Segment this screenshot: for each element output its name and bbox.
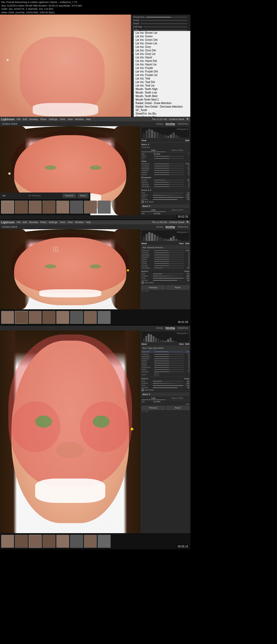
film-thumb-2-2[interactable] — [15, 311, 28, 324]
dropdown-item-14[interactable]: Lte Iris: Teal Drk — [134, 80, 190, 84]
menu-help-2[interactable]: Help — [86, 221, 91, 224]
menu-view-1[interactable]: View — [68, 118, 73, 121]
dropdown-item-18[interactable]: Mouth- Teeth Med — [134, 94, 190, 98]
basic-toggle-1[interactable]: Basic ▾ — [141, 204, 189, 208]
film-thumb-3-6[interactable] — [70, 535, 83, 548]
film-thumb-8[interactable] — [98, 201, 111, 214]
dropdown-item-0[interactable]: Lte Iris: Brown Lte — [134, 31, 190, 35]
dropdown-item-5[interactable]: Lte Iris: Grey Drk — [134, 49, 190, 52]
tab-library-3[interactable]: Library — [156, 327, 163, 330]
color-tab-1[interactable]: Color — [141, 149, 166, 152]
film-thumb-2[interactable] — [15, 201, 28, 214]
auto-mask-checkbox-3[interactable] — [141, 389, 144, 391]
new-label-2[interactable]: New — [179, 242, 183, 245]
dropdown-item-24[interactable]: SharkPxt: Iris Brn — [134, 115, 190, 117]
bw-tab-1[interactable]: Black & White — [166, 149, 190, 152]
menu-settings-2[interactable]: Settings — [49, 221, 58, 224]
reset-btn-panel-3[interactable]: Reset — [166, 406, 190, 410]
tone-bw-tab-3[interactable]: Black & White — [166, 397, 190, 400]
dropdown-item-2[interactable]: Lte Iris: Green Drk — [134, 38, 190, 42]
film-thumb-2-7[interactable] — [84, 311, 97, 324]
menu-file-2[interactable]: File — [17, 221, 21, 224]
dropdown-item-4[interactable]: Lte Iris: Grey — [134, 45, 190, 49]
auto-mask-checkbox-1[interactable] — [141, 201, 144, 203]
menu-window-2[interactable]: Window — [75, 221, 84, 224]
film-thumb-2-5[interactable] — [56, 311, 69, 324]
dropdown-item-21[interactable]: Radial: Non-Detail - Decrease Attention — [134, 105, 190, 108]
color-swatch-3[interactable] — [154, 373, 159, 376]
search-icon-2[interactable]: 🔍 — [186, 221, 189, 224]
film-thumb-3-3[interactable] — [29, 535, 42, 548]
menu-window-1[interactable]: Window — [75, 118, 84, 121]
film-thumb-2-6[interactable] — [70, 311, 83, 324]
auto-mask-checkbox-2[interactable] — [141, 281, 144, 284]
reset-btn-panel-2[interactable]: Reset — [166, 286, 190, 290]
film-thumb-2-1[interactable] — [1, 311, 14, 324]
dropdown-item-22[interactable]: SF_Teeth — [134, 108, 190, 112]
menu-settings-1[interactable]: Settings — [49, 118, 58, 121]
menu-view-2[interactable]: View — [68, 221, 73, 224]
menu-photo-2[interactable]: Photo — [40, 221, 47, 224]
dropdown-item-6[interactable]: Lte Iris: Grey Lte — [134, 52, 190, 56]
menu-edit-2[interactable]: Edit — [23, 221, 27, 224]
film-thumb-2-3[interactable] — [29, 311, 42, 324]
menu-help-1[interactable]: Help — [86, 118, 91, 121]
menu-file-1[interactable]: File — [17, 118, 21, 121]
edit-label-2[interactable]: Edit — [185, 242, 189, 245]
film-thumb-7[interactable] — [84, 201, 97, 214]
reset-btn-1[interactable]: Reset — [78, 194, 88, 198]
dropdown-item-15[interactable]: Lte Iris: Teal Lte — [134, 84, 190, 87]
film-thumb-4[interactable] — [42, 201, 55, 214]
film-thumb-2-4[interactable] — [42, 311, 55, 324]
dropdown-item-13[interactable]: Lte Iris: Teal — [134, 77, 190, 80]
tab-develop-3[interactable]: Develop — [166, 327, 175, 330]
preset-dropdown[interactable]: Lte Iris: Brown Lte Lte Iris: Green Lte … — [134, 31, 190, 117]
wb-dropdown-1[interactable]: ▾ — [188, 153, 189, 155]
previous-btn-1[interactable]: Previous — [63, 194, 76, 198]
tab-develop-2[interactable]: Develop — [166, 225, 175, 228]
previous-btn-panel-3[interactable]: Previous — [141, 406, 165, 410]
dropdown-item-20[interactable]: Radial: Detail - Draw Attention — [134, 101, 190, 105]
edit-label-3[interactable]: Edit — [185, 343, 189, 345]
dropdown-item-23[interactable]: SharkPxt: Iris Blu — [134, 112, 190, 115]
film-thumb-3-2[interactable] — [15, 535, 28, 548]
film-thumb-3-4[interactable] — [42, 535, 55, 548]
dropdown-item-16[interactable]: Mouth- Teeth High — [134, 87, 190, 91]
dropdown-item-3[interactable]: Lte Iris: Green Lte — [134, 42, 190, 45]
film-thumb-1[interactable] — [1, 201, 14, 214]
dropdown-item-19[interactable]: Mouth-Teeth Med 2 — [134, 98, 190, 101]
menu-edit-1[interactable]: Edit — [23, 118, 27, 121]
film-thumb-3-8[interactable] — [98, 535, 111, 548]
tab-library-1[interactable]: Library — [156, 122, 163, 125]
dropdown-item-8[interactable]: Lte Iris: Hazel Drk — [134, 59, 190, 63]
tone-color-tab-1[interactable]: Color — [141, 208, 166, 212]
film-thumb-5[interactable] — [56, 201, 69, 214]
search-icon-1[interactable]: 🔍 — [186, 118, 189, 121]
tab-develop-1[interactable]: Develop — [166, 122, 175, 125]
menu-photo-1[interactable]: Photo — [40, 118, 47, 121]
film-thumb-3[interactable] — [29, 201, 42, 214]
tab-library-2[interactable]: Library — [156, 225, 163, 228]
dropdown-item-9[interactable]: Lte Iris: Hazel Lte — [134, 63, 190, 66]
dropdown-item-7[interactable]: Lte Iris: Hazel — [134, 56, 190, 59]
tab-slideshow-1[interactable]: Slideshow — [177, 122, 188, 125]
menu-develop-2[interactable]: Develop — [29, 221, 38, 224]
film-thumb-2-8[interactable] — [98, 311, 111, 324]
basic-toggle-3[interactable]: Basic ▾ — [141, 393, 189, 396]
dropdown-item-1[interactable]: Lte Iris: Green — [134, 35, 190, 38]
tab-slideshow-2[interactable]: Slideshow — [177, 225, 188, 228]
menu-tools-2[interactable]: Tools — [60, 221, 65, 224]
dropdown-item-17[interactable]: Mouth- Teeth Low — [134, 91, 190, 94]
tone-bw-tab-1[interactable]: Black & White — [166, 208, 190, 212]
dropdown-item-11[interactable]: Lte Iris: Purple Drk — [134, 70, 190, 73]
menu-develop-1[interactable]: Develop — [29, 118, 38, 121]
auto-label-3[interactable]: Auto — [186, 403, 189, 405]
tab-slideshow-3[interactable]: Slideshow — [177, 327, 188, 330]
previous-btn-panel-2[interactable]: Previous — [141, 286, 165, 290]
dropdown-item-12[interactable]: Lte Iris: Purple Lte — [134, 73, 190, 77]
dropdown-item-10[interactable]: Lte Iris: Purple — [134, 66, 190, 70]
menu-tools-1[interactable]: Tools — [60, 118, 65, 121]
film-thumb-6[interactable] — [70, 201, 83, 214]
new-label-3[interactable]: New — [179, 343, 183, 345]
tone-color-tab-3[interactable]: Color — [141, 397, 166, 400]
